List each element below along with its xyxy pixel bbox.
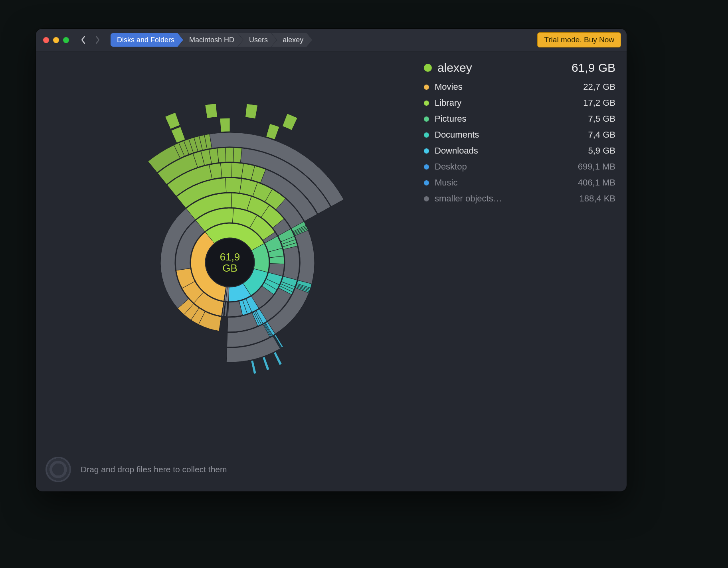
sunburst-segment[interactable] <box>205 104 218 118</box>
legend-item-size: 699,1 MB <box>578 160 615 174</box>
minimize-icon[interactable] <box>53 37 59 43</box>
window-controls <box>43 37 69 43</box>
sunburst-center[interactable] <box>206 239 254 286</box>
app-window: Disks and Folders Macintosh HD Users ale… <box>36 29 627 491</box>
legend-header: alexey 61,9 GB <box>424 61 615 75</box>
sunburst-segment[interactable] <box>226 178 242 193</box>
legend-item[interactable]: Desktop699,1 MB <box>424 160 615 174</box>
sunburst-segment[interactable] <box>217 148 226 163</box>
folder-name: alexey <box>437 61 472 75</box>
breadcrumb-disk[interactable]: Macintosh HD <box>178 33 243 47</box>
sunburst-segment[interactable] <box>251 361 257 375</box>
legend-item-size: 7,5 GB <box>588 112 615 126</box>
sunburst-segment[interactable] <box>165 112 180 129</box>
legend-item[interactable]: smaller objects…188,4 KB <box>424 192 615 205</box>
sunburst-chart[interactable]: 61,9 GB <box>36 51 424 491</box>
back-button[interactable] <box>79 34 87 46</box>
folder-size: 61,9 GB <box>572 61 615 75</box>
legend-item-size: 188,4 KB <box>579 192 615 205</box>
zoom-icon[interactable] <box>63 37 69 43</box>
sunburst-segment[interactable] <box>266 124 279 140</box>
breadcrumb-leaf[interactable]: alexey <box>271 33 312 47</box>
legend-color-icon <box>424 164 429 170</box>
legend-item-name: smaller objects… <box>435 192 502 205</box>
legend-item-name: Documents <box>435 128 479 142</box>
drop-hint: Drag and drop files here to collect them <box>81 465 227 474</box>
sunburst-segment[interactable] <box>282 114 297 130</box>
legend-color-icon <box>424 180 429 185</box>
legend-color-icon <box>424 148 429 154</box>
legend-item-name: Library <box>435 96 461 110</box>
legend-item-size: 7,4 GB <box>588 128 615 142</box>
legend-item-size: 22,7 GB <box>583 80 615 94</box>
legend-item-name: Movies <box>435 80 463 94</box>
legend-list: Movies22,7 GBLibrary17,2 GBPictures7,5 G… <box>424 80 615 205</box>
legend-item[interactable]: Movies22,7 GB <box>424 80 615 94</box>
legend-color-icon <box>424 132 429 138</box>
close-icon[interactable] <box>43 37 49 43</box>
legend-panel: alexey 61,9 GB Movies22,7 GBLibrary17,2 … <box>424 51 627 491</box>
legend-color-icon <box>424 196 429 201</box>
legend-item-name: Desktop <box>435 160 467 174</box>
legend-item[interactable]: Downloads5,9 GB <box>424 144 615 158</box>
sunburst-segment[interactable] <box>283 246 299 280</box>
sunburst-segment[interactable] <box>226 148 234 162</box>
folder-color-icon <box>424 64 432 72</box>
sunburst-segment[interactable] <box>171 127 185 143</box>
toolbar: Disks and Folders Macintosh HD Users ale… <box>36 29 627 51</box>
drop-area[interactable]: Drag and drop files here to collect them <box>36 448 627 491</box>
drop-target-icon <box>46 457 71 482</box>
legend-item[interactable]: Library17,2 GB <box>424 96 615 110</box>
sunburst-segment[interactable] <box>274 352 282 365</box>
legend-item[interactable]: Pictures7,5 GB <box>424 112 615 126</box>
legend-color-icon <box>424 101 429 106</box>
legend-item-name: Downloads <box>435 144 478 158</box>
legend-item-size: 406,1 MB <box>578 176 615 189</box>
legend-item-size: 17,2 GB <box>583 96 615 110</box>
sunburst-segment[interactable] <box>220 118 230 132</box>
legend-item-name: Pictures <box>435 112 466 126</box>
sunburst-segment[interactable] <box>245 104 257 119</box>
forward-button[interactable] <box>93 34 102 46</box>
legend-item[interactable]: Music406,1 MB <box>424 176 615 189</box>
sunburst-segment[interactable] <box>263 357 269 371</box>
legend-color-icon <box>424 116 429 122</box>
legend-item-size: 5,9 GB <box>588 144 615 158</box>
legend-item[interactable]: Documents7,4 GB <box>424 128 615 142</box>
legend-item-name: Music <box>435 176 457 189</box>
breadcrumb-users[interactable]: Users <box>238 33 277 47</box>
sunburst-segment[interactable] <box>221 163 232 178</box>
breadcrumb-root[interactable]: Disks and Folders <box>111 33 183 47</box>
breadcrumb: Disks and Folders Macintosh HD Users ale… <box>111 33 312 47</box>
buy-now-button[interactable]: Trial mode. Buy Now <box>537 32 621 47</box>
legend-color-icon <box>424 85 429 90</box>
